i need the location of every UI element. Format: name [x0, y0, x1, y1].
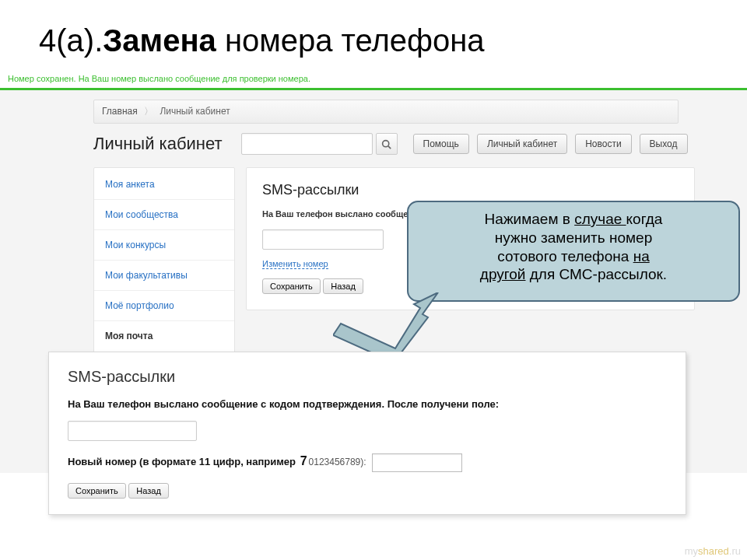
new-number-row: Новый номер (в формате 11 цифр, например…: [68, 453, 667, 472]
new-number-input[interactable]: [372, 453, 462, 472]
code-input[interactable]: [262, 229, 384, 250]
panel2-title: SMS-рассылки: [68, 368, 667, 386]
exit-button[interactable]: Выход: [640, 134, 688, 154]
breadcrumb-sep: 〉: [144, 106, 153, 117]
sidebar-item-communities[interactable]: Мои сообщества: [94, 200, 234, 230]
sms-panel-expanded: SMS-рассылки На Ваш телефон выслано сооб…: [48, 352, 686, 515]
slide-title-rest: номера телефона: [216, 23, 485, 58]
svg-point-0: [383, 140, 389, 146]
cabinet-button[interactable]: Личный кабинет: [477, 134, 567, 154]
back-button-2[interactable]: Назад: [128, 483, 169, 499]
sidebar-item-mail[interactable]: Моя почта: [94, 321, 234, 351]
svg-line-1: [388, 145, 391, 148]
news-button[interactable]: Новости: [575, 134, 631, 154]
breadcrumb-home[interactable]: Главная: [102, 106, 138, 117]
breadcrumb-current: Личный кабинет: [160, 106, 230, 117]
success-message: Номер сохранен. На Ваш номер выслано соо…: [0, 69, 747, 89]
code-input-2[interactable]: [68, 421, 197, 441]
change-number-link[interactable]: Изменить номер: [262, 259, 328, 269]
sidebar-item-electives[interactable]: Мои факультативы: [94, 261, 234, 291]
slide-title-bold: Замена: [103, 23, 216, 58]
sidebar-item-contests[interactable]: Мои конкурсы: [94, 230, 234, 261]
slide-title: 4(а).Замена номера телефона: [0, 0, 747, 69]
back-button[interactable]: Назад: [323, 278, 363, 294]
save-button-2[interactable]: Сохранить: [68, 483, 126, 499]
sidebar: Моя анкета Мои сообщества Мои конкурсы М…: [93, 167, 235, 353]
save-button[interactable]: Сохранить: [262, 278, 321, 294]
breadcrumb: Главная 〉 Личный кабинет: [93, 100, 679, 124]
slide-title-prefix: 4(а).: [39, 23, 103, 58]
sidebar-item-portfolio[interactable]: Моё портфолио: [94, 291, 234, 321]
panel2-desc: На Ваш телефон выслано сообщение с кодом…: [68, 398, 667, 410]
panel-title: SMS-рассылки: [262, 182, 679, 198]
search-icon: [381, 139, 391, 149]
watermark: myshared.ru: [685, 545, 741, 557]
page-title: Личный кабинет: [93, 134, 223, 154]
help-button[interactable]: Помощь: [413, 134, 469, 154]
callout-change-number: Нажимаем в случае когда нужно заменить н…: [407, 201, 740, 302]
search-button[interactable]: [376, 133, 398, 155]
search-input[interactable]: [241, 133, 373, 155]
sidebar-item-profile[interactable]: Моя анкета: [94, 170, 234, 200]
